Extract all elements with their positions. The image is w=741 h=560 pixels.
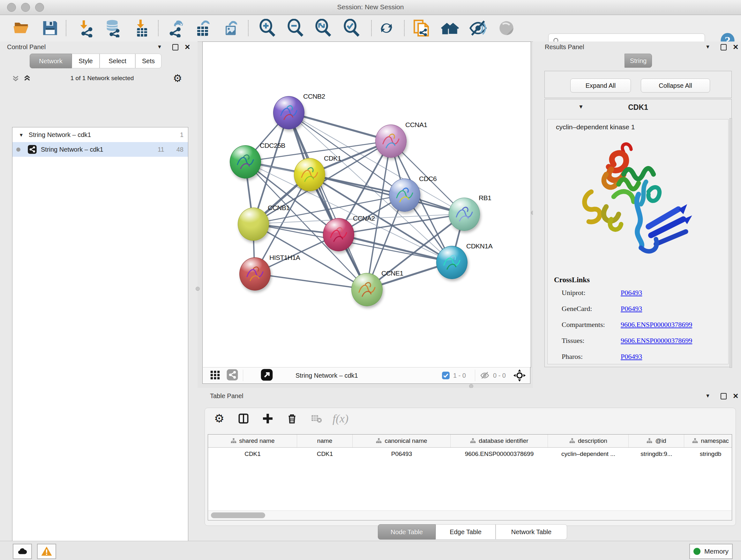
cloud-button[interactable] <box>13 544 32 559</box>
control-panel-float-icon[interactable] <box>172 44 179 51</box>
hidden-eye-slash-icon[interactable] <box>480 370 490 381</box>
edge-HIST1H1A-CCNE1[interactable] <box>255 273 367 289</box>
table-row[interactable]: CDK1CDK1P064939606.ENSP00000378699cyclin… <box>208 448 732 460</box>
import-network-database-button[interactable] <box>104 19 122 37</box>
crosslink-link[interactable]: P06493 <box>621 353 642 361</box>
selected-checkbox-icon[interactable] <box>442 371 450 380</box>
delete-column-trash-icon[interactable] <box>285 411 299 426</box>
table-horizontal-scrollbar[interactable] <box>208 510 731 520</box>
fit-content-crosshair-icon[interactable] <box>513 369 526 382</box>
edge-CCNB2-CCNE1[interactable] <box>288 112 367 289</box>
column-header-canonical-name[interactable]: canonical name <box>353 435 451 447</box>
open-external-icon[interactable] <box>260 368 273 382</box>
export-network-button[interactable] <box>166 19 185 37</box>
column-header-label: @id <box>655 437 666 444</box>
column-header-namespac[interactable]: namespac <box>684 435 732 447</box>
tab-node-table[interactable]: Node Table <box>378 524 435 540</box>
database-icon <box>104 19 122 37</box>
results-scrollbar[interactable] <box>730 118 732 368</box>
column-header-name[interactable]: name <box>297 435 353 447</box>
control-panel-close-icon[interactable]: ✕ <box>185 44 190 51</box>
node-label-CDC6: CDC6 <box>419 175 436 183</box>
network-canvas[interactable]: CCNB2CCNA1CDC25BCDK1CDC6RB1CCNB1CCNA2CDK… <box>202 42 531 368</box>
crosslink-link[interactable]: P06493 <box>621 289 642 297</box>
edge-CDK1-RB1[interactable] <box>309 174 464 214</box>
apply-layout-button[interactable] <box>377 19 396 37</box>
tab-string[interactable]: String <box>624 54 652 68</box>
network-node-CCNB2[interactable] <box>273 96 305 129</box>
table-settings-gear-icon[interactable]: ⚙ <box>212 411 226 426</box>
table-cell[interactable]: stringdb:9... <box>629 448 684 460</box>
control-panel-menu-icon[interactable]: ▼ <box>157 44 162 50</box>
column-header-database-identifier[interactable]: database identifier <box>451 435 548 447</box>
export-table-button[interactable] <box>193 19 212 37</box>
network-node-CDC25B[interactable] <box>230 145 261 179</box>
network-node-RB1[interactable] <box>449 198 480 231</box>
network-node-CCNA1[interactable] <box>375 125 407 158</box>
zoom-out-button[interactable] <box>286 19 305 37</box>
tree-expander-icon[interactable]: ▼ <box>19 132 23 138</box>
crosslink-link[interactable]: 9606.ENSP00000378699 <box>621 320 692 329</box>
tab-select[interactable]: Select <box>99 54 135 68</box>
table-panel-close-icon[interactable]: ✕ <box>733 393 738 400</box>
export-image-button[interactable] <box>222 19 240 37</box>
results-panel-menu-icon[interactable]: ▼ <box>705 44 711 50</box>
copy-style-button[interactable] <box>412 19 430 37</box>
table-cell[interactable]: cyclin–dependent ... <box>548 448 629 460</box>
import-table-file-button[interactable] <box>132 19 151 37</box>
crosslink-link[interactable]: 9606.ENSP00000378699 <box>621 336 692 345</box>
gene-description: cyclin–dependent kinase 1 <box>556 123 635 131</box>
scrollbar-thumb[interactable] <box>211 512 265 518</box>
tab-style[interactable]: Style <box>72 54 99 68</box>
delete-table-icon[interactable] <box>309 411 324 426</box>
results-panel-float-icon[interactable] <box>721 44 727 51</box>
table-cell[interactable]: P06493 <box>353 448 451 460</box>
birds-eye-view-icon[interactable] <box>210 369 220 381</box>
table-cell[interactable]: stringdb <box>684 448 732 460</box>
tab-network-table[interactable]: Network Table <box>495 524 567 540</box>
tab-network[interactable]: Network <box>30 54 72 68</box>
table-panel-float-icon[interactable] <box>721 393 727 399</box>
network-options-gear-icon[interactable]: ⚙ <box>173 72 182 84</box>
warnings-button[interactable] <box>37 544 56 559</box>
memory-button[interactable]: Memory <box>689 544 733 559</box>
network-collection-row[interactable]: ▼ String Network – cdk1 1 <box>12 127 188 142</box>
show-columns-icon[interactable] <box>236 411 251 426</box>
tab-sets[interactable]: Sets <box>135 54 161 68</box>
table-cell[interactable]: 9606.ENSP00000378699 <box>451 448 548 460</box>
import-network-file-button[interactable] <box>77 19 96 37</box>
network-row-selected[interactable]: String Network – cdk1 11 48 <box>12 142 188 157</box>
expand-all-button[interactable]: Expand All <box>570 78 631 92</box>
results-panel-close-icon[interactable]: ✕ <box>733 44 738 51</box>
show-hidden-button[interactable] <box>497 19 516 37</box>
collapse-all-button[interactable]: Collapse All <box>641 78 710 92</box>
zoom-fit-button[interactable] <box>314 19 333 37</box>
left-splitter-grip[interactable] <box>196 287 200 291</box>
toolbar-separator <box>66 20 66 36</box>
zoom-in-button[interactable] <box>258 19 277 37</box>
column-header--id[interactable]: @id <box>629 435 684 447</box>
function-builder-icon[interactable]: f(x) <box>333 411 348 426</box>
network-node-CCNA2[interactable] <box>323 218 354 251</box>
network-node-CDKN1A[interactable] <box>436 246 468 279</box>
table-cell[interactable]: CDK1 <box>208 448 297 460</box>
table-panel-menu-icon[interactable]: ▼ <box>705 393 711 399</box>
tab-edge-table[interactable]: Edge Table <box>435 524 495 540</box>
network-view-title: String Network – cdk1 <box>295 372 358 379</box>
network-node-HIST1H1A[interactable] <box>239 257 271 291</box>
crosslink-link[interactable]: P06493 <box>621 305 642 313</box>
table-cell[interactable]: CDK1 <box>297 448 353 460</box>
string-view-icon[interactable] <box>226 369 239 382</box>
show-all-button[interactable] <box>441 19 459 37</box>
network-node-CCNB1[interactable] <box>238 207 269 241</box>
add-column-icon[interactable] <box>260 411 275 426</box>
column-header-description[interactable]: description <box>548 435 629 447</box>
save-session-button[interactable] <box>41 19 59 37</box>
network-node-CDK1[interactable] <box>294 158 325 191</box>
network-node-CDC6[interactable] <box>389 179 420 212</box>
open-file-button[interactable] <box>12 19 31 37</box>
hide-selected-button[interactable] <box>469 19 487 37</box>
zoom-selected-button[interactable] <box>342 19 361 37</box>
column-header-shared-name[interactable]: shared name <box>208 435 297 447</box>
network-node-CCNE1[interactable] <box>351 273 383 306</box>
